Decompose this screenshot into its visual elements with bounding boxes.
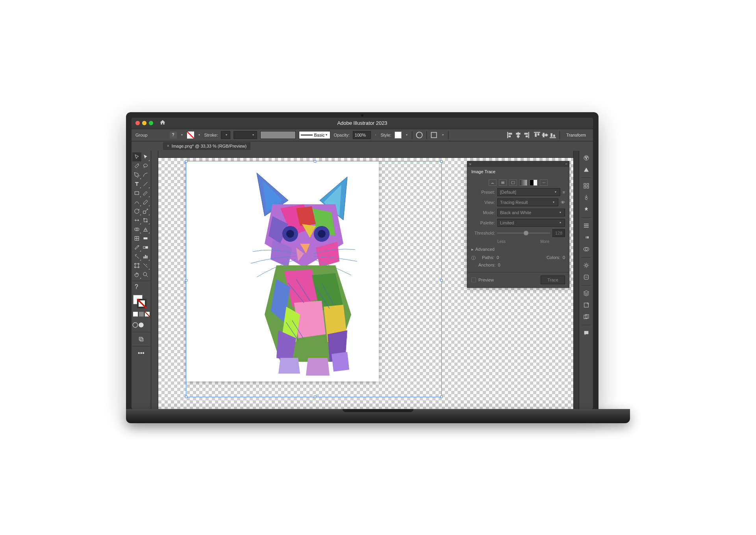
fill-dropdown[interactable]: ▾ xyxy=(180,133,184,137)
preview-checkbox[interactable]: Preview xyxy=(471,278,494,282)
curvature-tool[interactable] xyxy=(141,170,150,180)
color-panel-icon[interactable] xyxy=(581,152,592,163)
eyedropper-tool[interactable] xyxy=(132,243,141,252)
draw-normal-icon[interactable] xyxy=(132,320,138,330)
zoom-tool[interactable] xyxy=(141,270,150,279)
artboards-panel-icon[interactable] xyxy=(581,311,592,322)
style-dropdown[interactable]: ▾ xyxy=(405,133,409,137)
palette-select[interactable]: Limited▾ xyxy=(497,219,565,227)
fill-swatch[interactable]: ? xyxy=(170,131,177,139)
align-to-dropdown[interactable]: ▾ xyxy=(441,133,445,137)
line-tool[interactable] xyxy=(141,180,150,189)
hand-tool[interactable] xyxy=(132,270,141,279)
trace-button[interactable]: Trace xyxy=(541,276,565,284)
opacity-more[interactable]: › xyxy=(374,133,378,137)
threshold-slider[interactable] xyxy=(497,233,550,233)
slice-tool[interactable] xyxy=(141,261,150,270)
align-to-icon[interactable] xyxy=(430,131,438,139)
layers-panel-icon[interactable] xyxy=(581,288,592,299)
mesh-tool[interactable] xyxy=(132,234,141,243)
screen-mode-icon[interactable] xyxy=(132,335,150,344)
color-mode-none[interactable] xyxy=(144,310,150,319)
eraser-tool[interactable] xyxy=(141,198,150,207)
stroke-dropdown[interactable]: ▾ xyxy=(197,133,201,137)
preset-high-icon[interactable] xyxy=(499,180,507,186)
unknown-tool[interactable]: ? xyxy=(132,283,150,292)
transform-button[interactable]: Transform xyxy=(563,133,589,137)
symbol-sprayer-tool[interactable] xyxy=(132,252,141,261)
align-bottom-icon[interactable] xyxy=(549,131,556,139)
asset-export-panel-icon[interactable] xyxy=(581,300,592,311)
column-graph-tool[interactable] xyxy=(141,252,150,261)
close-tab-icon[interactable]: × xyxy=(167,144,169,148)
gradient-panel-icon[interactable] xyxy=(581,232,592,243)
align-left-icon[interactable] xyxy=(507,131,514,139)
swatches-panel-icon[interactable] xyxy=(581,180,592,191)
free-transform-tool[interactable] xyxy=(141,216,150,225)
rectangle-tool[interactable] xyxy=(132,189,141,198)
view-eye-icon[interactable]: 👁 xyxy=(561,200,565,205)
brush-definition-dropdown[interactable]: Basic ▾ xyxy=(299,131,330,139)
draw-behind-icon[interactable] xyxy=(138,320,144,330)
symbols-panel-icon[interactable] xyxy=(581,204,592,215)
shaper-tool[interactable] xyxy=(132,198,141,207)
rotate-tool[interactable] xyxy=(132,207,141,216)
recolor-artwork-icon[interactable] xyxy=(415,131,423,139)
align-center-v-icon[interactable] xyxy=(541,131,548,139)
direct-selection-tool[interactable] xyxy=(141,152,150,161)
edit-toolbar-icon[interactable]: ••• xyxy=(132,349,150,358)
shape-builder-tool[interactable] xyxy=(132,225,141,234)
advanced-toggle[interactable]: ▸ Advanced xyxy=(471,247,565,252)
magic-wand-tool[interactable] xyxy=(132,161,141,170)
preset-low-icon[interactable] xyxy=(509,180,517,186)
style-swatch[interactable] xyxy=(395,131,402,139)
pen-tool[interactable] xyxy=(132,170,141,180)
info-icon[interactable]: ⓘ xyxy=(471,255,476,261)
canvas[interactable]: × ‹‹ Image Trace xyxy=(158,158,573,409)
panel-collapse-icon[interactable]: ‹‹ xyxy=(565,162,567,166)
align-center-h-icon[interactable] xyxy=(515,131,522,139)
color-guide-panel-icon[interactable] xyxy=(581,164,592,175)
home-button[interactable] xyxy=(159,119,166,127)
color-mode-solid[interactable] xyxy=(132,310,138,319)
mode-select[interactable]: Black and White▾ xyxy=(497,209,565,217)
width-tool[interactable] xyxy=(132,216,141,225)
perspective-grid-tool[interactable] xyxy=(141,225,150,234)
maximize-window-button[interactable] xyxy=(149,121,153,125)
vertical-scrollbar[interactable] xyxy=(573,151,579,409)
preset-auto-icon[interactable] xyxy=(489,180,497,186)
brush-preview[interactable] xyxy=(260,131,296,139)
color-mode-gradient[interactable] xyxy=(138,310,144,319)
threshold-value[interactable]: 128 xyxy=(552,229,565,237)
opacity-input[interactable]: 100% xyxy=(353,131,371,139)
brushes-panel-icon[interactable] xyxy=(581,192,592,203)
selection-tool[interactable] xyxy=(132,152,141,161)
stroke-weight-input[interactable]: ▾ xyxy=(221,131,230,139)
preset-select[interactable]: [Default]▾ xyxy=(497,188,560,196)
align-top-icon[interactable] xyxy=(534,131,541,139)
lasso-tool[interactable] xyxy=(141,161,150,170)
horizontal-ruler[interactable] xyxy=(158,151,573,158)
graphic-styles-panel-icon[interactable] xyxy=(581,272,592,283)
gradient-tool[interactable] xyxy=(141,234,150,243)
transparency-panel-icon[interactable] xyxy=(581,244,592,255)
fill-stroke-controls[interactable] xyxy=(132,295,150,309)
stroke-swatch[interactable] xyxy=(187,131,194,139)
artboard-tool[interactable] xyxy=(132,261,141,270)
preset-outline-icon[interactable] xyxy=(540,180,548,186)
preset-bw-icon[interactable] xyxy=(530,180,537,186)
comments-panel-icon[interactable] xyxy=(581,328,592,339)
type-tool[interactable] xyxy=(132,180,141,189)
stroke-panel-icon[interactable] xyxy=(581,220,592,231)
document-tab[interactable]: × Image.png* @ 33,33 % (RGB/Preview) xyxy=(163,142,250,150)
paintbrush-tool[interactable] xyxy=(141,189,150,198)
preset-menu-icon[interactable]: ≡ xyxy=(563,190,565,194)
stroke-profile-dropdown[interactable]: ▾ xyxy=(233,131,257,139)
blend-tool[interactable] xyxy=(141,243,150,252)
close-window-button[interactable] xyxy=(135,121,140,125)
align-right-icon[interactable] xyxy=(523,131,530,139)
view-select[interactable]: Tracing Result▾ xyxy=(497,198,558,206)
panel-close-icon[interactable]: × xyxy=(469,162,471,167)
scale-tool[interactable] xyxy=(141,207,150,216)
appearance-panel-icon[interactable] xyxy=(581,260,592,271)
